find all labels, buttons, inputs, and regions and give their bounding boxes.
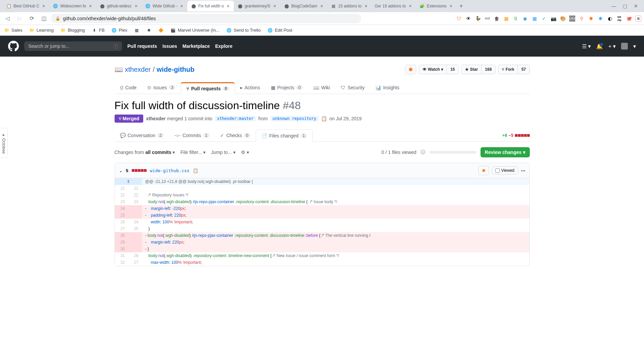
ext-icon[interactable]: 📷 (550, 15, 556, 22)
expand-icon[interactable]: ⇕ (115, 178, 142, 185)
tab-close-button[interactable]: × (134, 4, 139, 8)
bookmark-item[interactable]: 🌐Plex (111, 28, 127, 33)
collapse-file-button[interactable]: ⌄ (119, 168, 123, 173)
url-input[interactable]: 🔒 github.com/xthexder/wide-github/pull/4… (51, 14, 361, 23)
maximize-button[interactable]: ▢ (623, 3, 627, 9)
repo-name-link[interactable]: wide-github (157, 66, 194, 73)
ext-icon[interactable]: md (484, 15, 490, 22)
star-count[interactable]: 168 (482, 65, 495, 74)
diff-line[interactable]: 2121 (115, 185, 529, 192)
tab-close-button[interactable]: × (449, 4, 453, 8)
ext-icon[interactable]: ⚲ (579, 15, 585, 22)
browser-tab[interactable]: ⬤Fix full width o× (187, 1, 234, 11)
ext-icon[interactable]: ✱ (597, 15, 604, 22)
tab-commits[interactable]: -○-Commits1 (169, 129, 215, 141)
head-branch[interactable]: unknown repository (271, 116, 318, 121)
ext-icon[interactable]: 🗑 (494, 15, 500, 22)
tab-checks[interactable]: ✓Checks0 (215, 129, 255, 141)
diff-line[interactable]: 30- } (115, 246, 529, 252)
browser-tab[interactable]: 🌐Wide Github -× (142, 1, 187, 11)
reload-button[interactable]: ⟳ (27, 14, 36, 23)
diff-line[interactable]: 25- padding-left: 220px; (115, 212, 529, 219)
browser-tab[interactable]: ⬤BlogCodeSam× (280, 1, 327, 11)
tab-close-button[interactable]: × (319, 4, 324, 8)
star-button[interactable]: ★Star (461, 65, 482, 74)
header-menu-button[interactable]: ☰ ▾ (582, 43, 591, 50)
tab-close-button[interactable]: × (179, 4, 184, 8)
browser-tab[interactable]: ⬤github-widesc× (96, 1, 142, 11)
browser-tab[interactable]: 📋Best GitHub C× (3, 1, 50, 11)
ext-icon[interactable]: S (513, 15, 519, 22)
tab-close-button[interactable]: × (272, 4, 277, 8)
diff-line[interactable]: 2222 /* Repository Issues */ (115, 192, 529, 198)
ext-icon[interactable]: ◉ (522, 15, 528, 22)
ext-icon[interactable]: ▦ (503, 15, 509, 22)
file-menu-button[interactable]: ⋯ (521, 168, 525, 173)
browser-tab[interactable]: ▦15 addons to× (328, 1, 372, 11)
tab-close-button[interactable]: × (408, 4, 412, 8)
ext-icon[interactable]: 🐙 (626, 15, 632, 22)
nav-marketplace[interactable]: Marketplace (183, 43, 210, 49)
diff-line[interactable]: 29- margin-left: 220px; (115, 239, 529, 246)
tab-wiki[interactable]: 📖Wiki (308, 82, 335, 94)
ext-button[interactable]: ✱ (405, 65, 416, 74)
forward-button[interactable]: ▷ (15, 14, 24, 23)
file-filter-dropdown[interactable]: File filter... ▾ (180, 150, 206, 155)
tab-close-button[interactable]: × (226, 4, 231, 8)
bookmark-item[interactable]: 📁Blogging (60, 28, 85, 33)
ext-icon[interactable]: ✱ (588, 15, 594, 22)
copy-icon[interactable]: 📋 (321, 116, 327, 121)
bookmark-item[interactable]: 📁Sales (4, 28, 23, 33)
repo-owner-link[interactable]: xthexder (125, 66, 151, 73)
close-window-button[interactable]: ✕ (634, 3, 638, 9)
ext-icon[interactable]: 🦆 (475, 15, 481, 22)
minimize-button[interactable]: — (611, 3, 616, 9)
browser-tab[interactable]: 🧩Extensions× (416, 1, 457, 11)
diff-settings-button[interactable]: ⚙ ▾ (241, 150, 249, 155)
ext-icon[interactable]: CRX (569, 15, 575, 22)
browser-tab[interactable]: Gw15 addons to× (372, 1, 416, 11)
tab-actions[interactable]: ▸Actions (235, 82, 266, 94)
tab-issues[interactable]: ⊙Issues3 (142, 82, 181, 94)
ext-icon[interactable]: GitZip (616, 15, 622, 22)
browser-tab[interactable]: ⬤grantwinney/S× (234, 1, 280, 11)
octotree-toggle[interactable]: ▸ Octotree (0, 128, 8, 158)
bookmark-item[interactable]: ✱ (146, 28, 152, 33)
user-avatar[interactable] (621, 43, 628, 50)
bookmark-item[interactable]: ⬇FB (92, 28, 105, 33)
copy-path-icon[interactable]: 📋 (193, 168, 198, 173)
browser-tab[interactable]: 🌐Widescreen fo× (50, 1, 96, 11)
ext-icon[interactable]: ✓ (541, 15, 547, 22)
bookmark-item[interactable]: 📁Learning (29, 28, 54, 33)
ext-icon[interactable]: 🛡 (456, 15, 462, 22)
browser-menu-button[interactable]: ≡ (635, 15, 641, 22)
ext-icon[interactable]: ▦ (531, 15, 538, 22)
diff-line[interactable]: 2624 width: 100% !important; (115, 219, 529, 225)
base-branch[interactable]: xthexder:master (215, 116, 255, 121)
watch-count[interactable]: 15 (447, 65, 458, 74)
ext-icon[interactable]: 🎨 (560, 15, 566, 22)
diff-line[interactable]: 28- body:not(.wgh-disabled) #js-repo-pja… (115, 232, 529, 239)
notifications-button[interactable]: 🔔 (596, 43, 603, 50)
diff-line[interactable]: 2323 body:not(.wgh-disabled) #js-repo-pj… (115, 198, 529, 205)
viewed-checkbox[interactable]: Viewed (492, 166, 518, 175)
new-tab-button[interactable]: + (457, 3, 466, 10)
info-icon[interactable]: ⓘ (421, 149, 425, 155)
bookmark-item[interactable]: 🔶 (158, 28, 164, 33)
watch-button[interactable]: 👁Watch ▾ (419, 65, 447, 74)
fork-button[interactable]: ⑂Fork (498, 65, 518, 74)
file-name[interactable]: wide-github.css (150, 168, 189, 173)
tab-code[interactable]: ⟨⟩Code (115, 82, 142, 94)
bookmark-item[interactable]: ▦ (134, 28, 140, 33)
bookmark-item[interactable]: 🌐Edit Post (267, 28, 292, 33)
fork-count[interactable]: 57 (518, 65, 529, 74)
tab-projects[interactable]: ▦Projects0 (266, 82, 308, 94)
review-changes-button[interactable]: Review changes ▾ (481, 147, 530, 157)
bookmark-item[interactable]: 🌐Send to Trello (226, 28, 260, 33)
tab-close-button[interactable]: × (41, 4, 46, 8)
tab-close-button[interactable]: × (88, 4, 93, 8)
diff-line[interactable]: 3126 body:not(.wgh-disabled) .repository… (115, 252, 529, 259)
diff-line[interactable]: 3227 max-width: 100% !important; (115, 259, 529, 266)
ext-button[interactable]: ✱ (478, 166, 489, 175)
changes-from-dropdown[interactable]: Changes from all commits ▾ (115, 150, 175, 155)
